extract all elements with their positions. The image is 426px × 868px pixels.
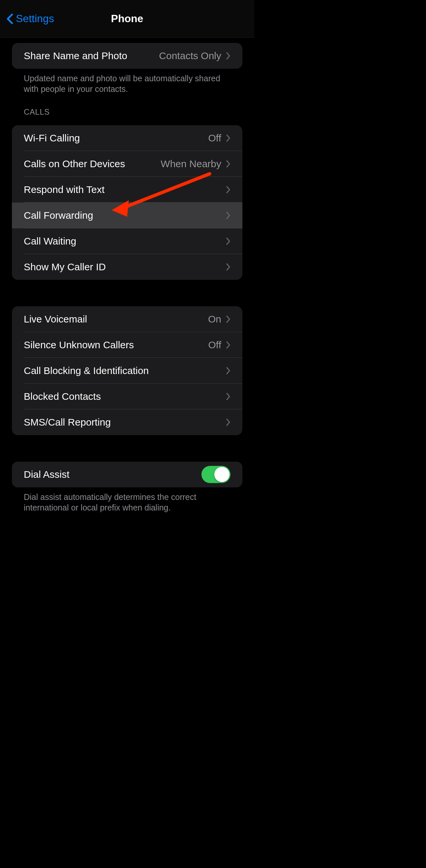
row-label: Live Voicemail (24, 314, 208, 325)
row-label: Wi-Fi Calling (24, 132, 208, 144)
row-value: When Nearby (161, 158, 221, 169)
chevron-right-icon (226, 393, 230, 400)
chevron-right-icon (226, 52, 230, 60)
navigation-bar: Settings Phone (0, 0, 254, 38)
row-respond-with-text[interactable]: Respond with Text (12, 177, 242, 203)
toggle-knob (214, 467, 230, 482)
group-voice: Live Voicemail On Silence Unknown Caller… (12, 306, 242, 435)
chevron-right-icon (226, 315, 230, 323)
row-dial-assist[interactable]: Dial Assist (12, 462, 242, 487)
chevron-right-icon (226, 237, 230, 245)
row-call-blocking-identification[interactable]: Call Blocking & Identification (12, 358, 242, 383)
row-wifi-calling[interactable]: Wi-Fi Calling Off (12, 125, 242, 151)
chevron-right-icon (226, 212, 230, 219)
dial-assist-toggle[interactable] (201, 466, 230, 483)
row-label: Call Waiting (24, 236, 226, 247)
chevron-right-icon (226, 418, 230, 426)
chevron-right-icon (226, 134, 230, 142)
row-sms-call-reporting[interactable]: SMS/Call Reporting (12, 409, 242, 435)
group-calls: Wi-Fi Calling Off Calls on Other Devices… (12, 125, 242, 280)
row-label: Calls on Other Devices (24, 158, 161, 169)
back-label: Settings (16, 12, 54, 25)
row-value: Off (208, 132, 221, 144)
row-label: Show My Caller ID (24, 261, 226, 273)
row-share-name-and-photo[interactable]: Share Name and Photo Contacts Only (12, 43, 242, 69)
chevron-right-icon (226, 263, 230, 271)
row-value: On (208, 314, 221, 325)
row-label: Call Forwarding (24, 210, 226, 221)
content-area: Share Name and Photo Contacts Only Updat… (0, 43, 254, 513)
row-label: Share Name and Photo (24, 50, 159, 61)
chevron-left-icon (7, 13, 13, 25)
row-blocked-contacts[interactable]: Blocked Contacts (12, 383, 242, 409)
row-call-forwarding[interactable]: Call Forwarding (12, 203, 242, 228)
group-dial-footer: Dial assist automatically determines the… (12, 487, 242, 513)
row-value: Contacts Only (159, 50, 221, 61)
row-label: Respond with Text (24, 184, 226, 195)
page-title: Phone (111, 12, 143, 25)
back-button[interactable]: Settings (7, 12, 54, 25)
chevron-right-icon (226, 367, 230, 375)
group-share-footer: Updated name and photo will be automatic… (12, 69, 242, 94)
row-calls-on-other-devices[interactable]: Calls on Other Devices When Nearby (12, 151, 242, 177)
row-call-waiting[interactable]: Call Waiting (12, 228, 242, 254)
row-label: Dial Assist (24, 469, 201, 480)
row-label: Call Blocking & Identification (24, 365, 226, 376)
row-label: Silence Unknown Callers (24, 339, 208, 350)
chevron-right-icon (226, 186, 230, 194)
row-show-my-caller-id[interactable]: Show My Caller ID (12, 254, 242, 280)
row-silence-unknown-callers[interactable]: Silence Unknown Callers Off (12, 332, 242, 358)
calls-header: CALLS (12, 94, 242, 120)
group-share: Share Name and Photo Contacts Only (12, 43, 242, 69)
chevron-right-icon (226, 341, 230, 349)
row-value: Off (208, 339, 221, 350)
row-label: SMS/Call Reporting (24, 417, 226, 428)
group-dial: Dial Assist (12, 462, 242, 487)
row-label: Blocked Contacts (24, 391, 226, 402)
row-live-voicemail[interactable]: Live Voicemail On (12, 306, 242, 332)
chevron-right-icon (226, 160, 230, 168)
